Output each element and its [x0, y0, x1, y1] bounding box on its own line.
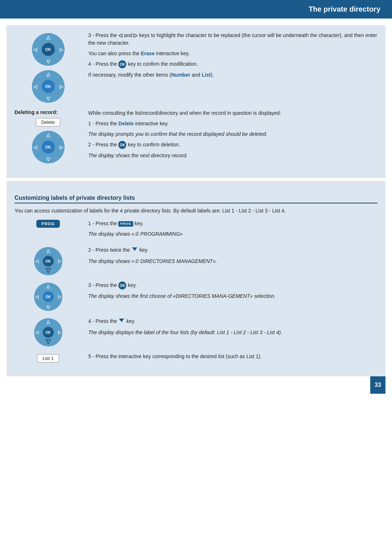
arr-up-s3: △	[46, 284, 50, 289]
customize-section: Customizing labels of private directory …	[7, 181, 385, 376]
customize-step2-italic: The display shows «① DIRECTORIES MANAGEM…	[88, 258, 377, 265]
arr-down-s2-hl: ▽	[46, 267, 50, 274]
arr-left-s2: ◁	[35, 259, 38, 264]
arr-down-s4-hl: ▽	[46, 338, 50, 345]
step3-text-col: 3 - Press the ◁ and ▷ keys to highlight …	[82, 32, 377, 82]
customize-step5-text: 5 - Press the interactive key correspond…	[88, 353, 377, 360]
customize-step2-right: 2 - Press twice the key. The display sho…	[82, 246, 377, 268]
customize-title: Customizing labels of private directory …	[15, 195, 377, 203]
customize-step5-left: List 1	[15, 353, 82, 362]
delete-step1-italic: The display prompts you to confirm that …	[88, 130, 377, 138]
arrow-down-2: ▽	[46, 96, 50, 101]
number-key-label: Number	[171, 72, 191, 78]
list1-button-widget[interactable]: List 1	[37, 354, 59, 362]
top-section: △ ▽ ◁ ▷ OK △ ▽ ◁ ▷ OK 3 - Press the ◁ an…	[7, 25, 385, 178]
arrow-left-1: ◁	[33, 47, 37, 52]
customize-step2-left: △ ◁ ▷ OK ▽	[15, 246, 82, 276]
down-arrow-inline	[131, 246, 138, 255]
prog-key-inline: PROG	[118, 221, 133, 227]
page-number-badge: 33	[370, 376, 385, 394]
svg-marker-0	[132, 247, 137, 251]
arr-left-s4: ◁	[35, 330, 38, 335]
customize-step3-text: 3 - Press the OK key.	[88, 281, 377, 289]
arrow-right-del: ▷	[60, 145, 63, 150]
arr-up-s2: △	[46, 248, 50, 253]
customize-step1-row: PROG 1 - Press the PROG key. The display…	[15, 220, 377, 241]
delete-step1: 1 - Press the Delete interactive key.	[88, 120, 377, 127]
ok-center-1: OK	[42, 43, 55, 56]
arrow-left-2: ◁	[33, 84, 37, 89]
customize-step2-text: 2 - Press twice the key.	[88, 246, 377, 255]
arrow-down-1: ▽	[46, 59, 50, 64]
erase-key-label: Erase	[141, 50, 155, 56]
navpad-step3: △ ▽ ◁ ▷ OK	[34, 283, 62, 311]
ok-center-s2: OK	[43, 256, 54, 267]
svg-marker-1	[119, 319, 124, 322]
customize-step1-text: 1 - Press the PROG key.	[88, 220, 377, 227]
customize-step2-row: △ ◁ ▷ OK ▽ 2 - Press twice the key. The …	[15, 246, 377, 276]
prog-button-widget[interactable]: PROG	[36, 220, 60, 228]
customize-step3-left: △ ▽ ◁ ▷ OK	[15, 281, 82, 312]
delete-row: Deleting a record: Delete △ ▽ ◁ ▷ OK Whi…	[15, 109, 377, 165]
step-if-paragraph: If necessary, modify the other items (Nu…	[88, 71, 377, 79]
customize-step4-text: 4 - Press the key.	[88, 317, 377, 326]
arrow-up-2: △	[46, 72, 50, 77]
navpad-1: △ ▽ ◁ ▷ OK	[32, 33, 65, 66]
customize-step1-left: PROG	[15, 220, 82, 229]
ok-key-s3: OK	[118, 281, 126, 289]
customize-step4-right: 4 - Press the key. The display displays …	[82, 317, 377, 339]
deleting-label: Deleting a record:	[15, 109, 82, 115]
navpad-step2: △ ◁ ▷ OK ▽	[34, 247, 62, 275]
arr-right-s2: ▷	[58, 259, 61, 264]
step3-navpad-col: △ ▽ ◁ ▷ OK △ ▽ ◁ ▷ OK	[15, 32, 82, 104]
list-key-label: List	[202, 72, 211, 78]
step3-row: △ ▽ ◁ ▷ OK △ ▽ ◁ ▷ OK 3 - Press the ◁ an…	[15, 32, 377, 104]
navpad-2: △ ▽ ◁ ▷ OK	[32, 70, 65, 103]
customize-step3-row: △ ▽ ◁ ▷ OK 3 - Press the OK key. The dis…	[15, 281, 377, 312]
down-arrow-inline-s4	[118, 317, 125, 326]
arrow-left-del: ◁	[33, 145, 37, 150]
delete-step2-italic: The display shows the next directory rec…	[88, 152, 377, 159]
customize-step1-right: 1 - Press the PROG key. The display show…	[82, 220, 377, 241]
delete-col-right: While consulting the list/record/directo…	[82, 109, 377, 162]
arr-right-s4: ▷	[58, 330, 61, 335]
ok-key-inline-del: OK	[118, 141, 126, 149]
arrow-up-1: △	[46, 35, 50, 40]
delete-intro: While consulting the list/record/directo…	[88, 109, 377, 117]
arr-left-s3: ◁	[35, 294, 38, 299]
customize-step3-italic: The display shows the first choose of «D…	[88, 292, 377, 300]
customize-step5-row: List 1 5 - Press the interactive key cor…	[15, 353, 377, 363]
step3-erase-paragraph: You can also press the Erase interactive…	[88, 50, 377, 57]
step4-paragraph: 4 - Press the OK key to confirm the modi…	[88, 60, 377, 68]
ok-center-del: OK	[42, 141, 55, 154]
arr-down-s3: ▽	[46, 305, 50, 310]
customize-step4-italic: The display displays the label of the fo…	[88, 329, 377, 336]
delete-button-widget[interactable]: Delete	[36, 118, 61, 126]
navpad-step4: △ ◁ ▷ OK ▽	[34, 318, 62, 347]
ok-key-inline-1: OK	[118, 60, 126, 68]
customize-step4-row: △ ◁ ▷ OK ▽ 4 - Press the key. The displa…	[15, 317, 377, 348]
ok-center-s3: OK	[43, 291, 54, 302]
ok-center-s4: OK	[43, 327, 54, 338]
arrow-right-1: ▷	[60, 47, 63, 52]
delete-col-left: Deleting a record: Delete △ ▽ ◁ ▷ OK	[15, 109, 82, 165]
arrow-right-2: ▷	[60, 84, 63, 89]
customize-step3-right: 3 - Press the OK key. The display shows …	[82, 281, 377, 303]
arr-up-s4: △	[46, 319, 50, 324]
delete-key-label: Delete	[118, 121, 134, 126]
page-header: The private directory	[0, 0, 392, 19]
left-arrow-symbol: ◁	[118, 32, 122, 38]
customize-step1-italic: The display shows «① PROGRAMMING»	[88, 230, 377, 238]
step3-paragraph: 3 - Press the ◁ and ▷ keys to highlight …	[88, 32, 377, 47]
customize-step4-left: △ ◁ ▷ OK ▽	[15, 317, 82, 348]
navpad-delete: △ ▽ ◁ ▷ OK	[32, 131, 65, 163]
arrow-up-del: △	[46, 132, 50, 138]
arrow-down-del: ▽	[46, 157, 50, 162]
customize-intro: You can access customization of labels f…	[15, 207, 377, 215]
arr-right-s3: ▷	[58, 294, 61, 299]
customize-step5-right: 5 - Press the interactive key correspond…	[82, 353, 377, 363]
delete-step2: 2 - Press the OK key to confirm deletion…	[88, 141, 377, 149]
right-arrow-symbol: ▷	[134, 32, 138, 38]
page-title: The private directory	[309, 5, 380, 13]
ok-center-2: OK	[42, 80, 55, 93]
